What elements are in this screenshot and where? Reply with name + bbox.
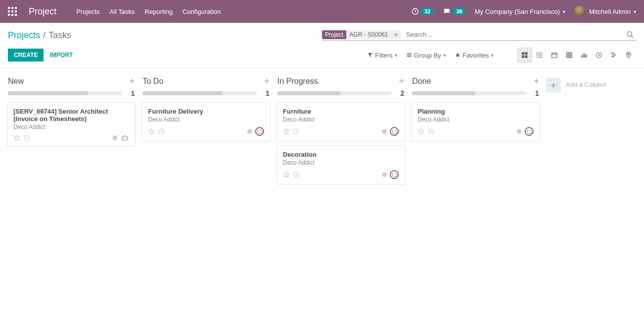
column-progress-bar[interactable] — [412, 91, 526, 95]
facet-value: AGR - S00061 — [346, 30, 391, 39]
column-count: 1 — [530, 89, 539, 97]
customer-rating-icon[interactable] — [525, 127, 534, 136]
column-quick-add-icon[interactable]: + — [264, 76, 269, 86]
view-list-icon[interactable] — [532, 48, 547, 63]
kanban-card[interactable]: Furniture Delivery Deco Addict — [142, 102, 270, 141]
column-title[interactable]: Done — [412, 77, 431, 86]
kanban-card[interactable]: [SERV_89744] Senior Architect (Invoice o… — [7, 102, 136, 147]
svg-rect-1 — [11, 7, 13, 9]
add-column: + Add a Column — [543, 74, 632, 97]
priority-star-icon[interactable] — [283, 128, 290, 135]
kanban-column: To Do + 1 Furniture Delivery Deco Addict — [139, 74, 273, 145]
nav-user[interactable]: Mitchell Admin ▾ — [574, 5, 636, 17]
column-quick-add-icon[interactable]: + — [534, 76, 539, 86]
activity-clock-icon[interactable] — [158, 128, 165, 135]
svg-rect-16 — [525, 52, 528, 55]
apps-icon[interactable] — [8, 7, 17, 16]
status-dot-icon[interactable] — [517, 129, 522, 134]
attachment-icon[interactable] — [120, 134, 129, 141]
groupby-dropdown[interactable]: Group By ▾ — [406, 52, 446, 59]
status-dot-icon[interactable] — [382, 172, 387, 177]
card-title: [SERV_89744] Senior Architect (Invoice o… — [13, 108, 129, 123]
facet-remove-icon[interactable]: × — [391, 31, 401, 39]
nav-messages[interactable]: 38 — [443, 7, 466, 15]
nav-activities[interactable]: 32 — [411, 7, 434, 15]
customer-rating-icon[interactable] — [390, 127, 399, 136]
facet-label: Project — [322, 30, 346, 39]
svg-rect-34 — [582, 55, 583, 58]
customer-rating-icon[interactable] — [390, 170, 399, 179]
activity-clock-icon[interactable] — [293, 128, 300, 135]
search-input[interactable] — [404, 30, 624, 39]
view-activity-icon[interactable] — [591, 48, 606, 63]
status-dot-icon[interactable] — [382, 129, 387, 134]
nav-company[interactable]: My Company (San Francisco) ▾ — [475, 8, 565, 15]
view-gantt-icon[interactable] — [606, 48, 621, 63]
column-progress-bar[interactable] — [277, 91, 391, 95]
caret-down-icon: ▾ — [634, 9, 636, 14]
card-subtitle: Deco Addict — [13, 124, 129, 130]
nav-menu-reporting[interactable]: Reporting — [145, 8, 172, 15]
column-title[interactable]: New — [8, 77, 24, 86]
svg-rect-38 — [611, 53, 614, 54]
nav-menu-configuration[interactable]: Configuration — [182, 8, 220, 15]
groupby-label: Group By — [414, 52, 441, 59]
column-progress-bar[interactable] — [143, 91, 257, 95]
status-dot-icon[interactable] — [112, 135, 117, 140]
control-panel: Projects / Tasks Project AGR - S00061 × … — [0, 23, 644, 68]
search-zoom-icon[interactable] — [624, 31, 636, 39]
svg-rect-35 — [584, 54, 585, 58]
column-progress-bar[interactable] — [8, 91, 122, 95]
nav-menu-projects[interactable]: Projects — [76, 8, 100, 15]
import-button[interactable]: IMPORT — [48, 49, 75, 62]
svg-point-23 — [537, 57, 537, 58]
priority-star-icon[interactable] — [283, 171, 290, 178]
kanban-card[interactable]: Planning Deco Addict — [411, 102, 540, 141]
activity-clock-icon[interactable] — [293, 171, 300, 178]
kanban-card[interactable]: Decoration Deco Addict — [276, 145, 405, 185]
svg-rect-13 — [407, 55, 411, 56]
kanban-column: New + 1 [SERV_89744] Senior Architect (I… — [4, 74, 139, 151]
breadcrumb: Projects / Tasks — [8, 30, 71, 41]
column-quick-add-icon[interactable]: + — [399, 76, 404, 86]
priority-star-icon[interactable] — [418, 128, 425, 135]
nav-menu-all-tasks[interactable]: All Tasks — [109, 8, 135, 15]
search-area: Project AGR - S00061 × — [322, 30, 636, 41]
svg-point-41 — [628, 54, 630, 55]
column-title[interactable]: In Progress — [277, 77, 318, 86]
cp-buttons: CREATE IMPORT — [8, 49, 75, 62]
customer-rating-icon[interactable] — [255, 127, 264, 136]
svg-rect-39 — [612, 55, 616, 56]
svg-rect-15 — [522, 52, 524, 55]
breadcrumb-parent[interactable]: Projects — [8, 30, 40, 41]
column-count: 1 — [261, 89, 269, 97]
view-graph-icon[interactable] — [577, 48, 591, 63]
view-kanban-icon[interactable] — [517, 48, 532, 63]
add-column-button[interactable]: + — [546, 78, 561, 93]
view-map-icon[interactable] — [621, 48, 636, 63]
filters-dropdown[interactable]: Filters ▾ — [367, 52, 397, 59]
svg-rect-18 — [525, 56, 528, 58]
view-pivot-icon[interactable] — [562, 48, 577, 63]
priority-star-icon[interactable] — [13, 134, 20, 141]
caret-down-icon: ▾ — [443, 53, 446, 58]
app-brand[interactable]: Project — [29, 6, 56, 17]
kanban-card[interactable]: Furniture Deco Addict — [276, 102, 405, 141]
priority-star-icon[interactable] — [148, 128, 155, 135]
status-dot-icon[interactable] — [247, 129, 252, 134]
column-quick-add-icon[interactable]: + — [129, 76, 135, 86]
caret-down-icon: ▾ — [563, 9, 565, 14]
card-title: Furniture — [283, 108, 399, 115]
activity-clock-icon[interactable] — [23, 134, 30, 141]
svg-rect-4 — [11, 10, 13, 12]
view-calendar-icon[interactable] — [547, 48, 562, 63]
column-title[interactable]: To Do — [143, 77, 163, 86]
card-subtitle: Deco Addict — [418, 116, 534, 123]
search-options: Filters ▾ Group By ▾ Favorites ▾ — [367, 48, 636, 63]
activity-clock-icon[interactable] — [428, 128, 434, 135]
svg-line-11 — [631, 36, 633, 38]
favorites-dropdown[interactable]: Favorites ▾ — [455, 52, 493, 59]
svg-rect-8 — [15, 14, 17, 16]
create-button[interactable]: CREATE — [8, 49, 44, 62]
add-column-label[interactable]: Add a Column — [566, 78, 606, 88]
